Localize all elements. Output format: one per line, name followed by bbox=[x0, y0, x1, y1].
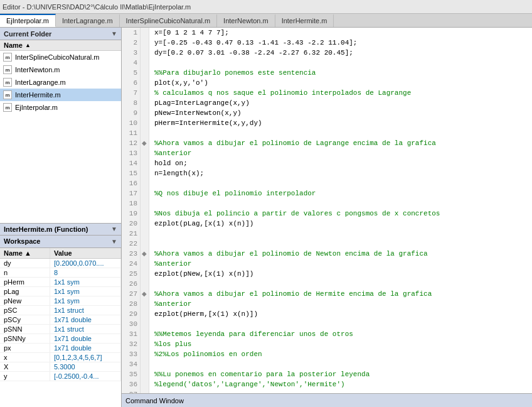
breakpoint-marker bbox=[141, 309, 149, 319]
breakpoint-marker bbox=[141, 118, 149, 128]
breakpoint-marker bbox=[141, 339, 149, 349]
code-line: %anterior bbox=[154, 259, 527, 269]
code-line: ezplot(pLag,[x(1) x(n)]) bbox=[154, 219, 527, 229]
breakpoint-marker bbox=[141, 148, 149, 158]
file-item[interactable]: mInterSplineCubicoNatural.m bbox=[0, 51, 121, 63]
right-panel: 1234567891011121314151617181920212223242… bbox=[122, 28, 532, 407]
ws-var-name: pLag bbox=[0, 287, 50, 296]
function-label: InterHermite.m (Function) bbox=[4, 225, 88, 233]
line-number: 34 bbox=[124, 359, 137, 369]
workspace-header: Workspace ▼ bbox=[0, 236, 121, 248]
file-item[interactable]: mInterNewton.m bbox=[0, 63, 121, 76]
ws-var-value: 5.3000 bbox=[50, 362, 121, 371]
line-number: 13 bbox=[124, 148, 137, 158]
ws-var-name: n bbox=[0, 268, 50, 277]
editor-header: Editor - D:\UNIVERSI\DAD\2°\Cálculo II\M… bbox=[0, 0, 532, 14]
tab-ejinterpolar[interactable]: EjInterpolar.m bbox=[0, 14, 56, 27]
workspace-row[interactable]: dy[0.2000,0.070.... bbox=[0, 259, 121, 268]
file-item[interactable]: mInterLagrange.m bbox=[0, 76, 121, 89]
line-number: 36 bbox=[124, 379, 137, 389]
line-number: 20 bbox=[124, 219, 137, 229]
workspace-row[interactable]: pLag1x1 sym bbox=[0, 287, 121, 296]
tab-internewton[interactable]: InterNewton.m bbox=[217, 14, 275, 27]
workspace-row[interactable]: y[-0.2500,-0.4... bbox=[0, 372, 121, 381]
line-number: 8 bbox=[124, 98, 137, 108]
code-line: %Q nos dibuje el polinomio interpolador bbox=[154, 188, 527, 198]
ws-var-value: 8 bbox=[50, 268, 121, 277]
code-line: %%Lu ponemos en comentario para la poste… bbox=[154, 369, 527, 379]
breakpoint-marker bbox=[141, 198, 149, 209]
line-number: 30 bbox=[124, 319, 137, 329]
breakpoint-marker bbox=[141, 279, 149, 289]
current-folder-label: Current Folder bbox=[4, 30, 51, 38]
code-line: %Ahora vamos a dibujar el polinomio de H… bbox=[154, 289, 527, 299]
file-name: InterNewton.m bbox=[15, 66, 60, 73]
code-line bbox=[154, 58, 527, 68]
line-number: 3 bbox=[124, 48, 137, 58]
code-line: % calculamos q nos saque el polinomio in… bbox=[154, 88, 527, 98]
code-line: %anterior bbox=[154, 148, 527, 158]
workspace-row[interactable]: X5.3000 bbox=[0, 362, 121, 372]
breakpoint-marker bbox=[141, 219, 149, 229]
breakpoint-marker bbox=[141, 369, 149, 379]
line-number: 18 bbox=[124, 198, 137, 209]
code-area[interactable]: x=[0 1 2 1 4 7 7];y=[-0.25 -0.43 0.47 0.… bbox=[149, 28, 532, 393]
file-item[interactable]: mEjInterpolar.m bbox=[0, 101, 121, 114]
breakpoint-marker bbox=[141, 98, 149, 108]
file-m-icon: m bbox=[3, 90, 13, 100]
breakpoint-marker bbox=[141, 349, 149, 359]
line-number: 24 bbox=[124, 259, 137, 269]
function-panel-icon[interactable]: ▼ bbox=[111, 225, 117, 232]
code-line bbox=[154, 128, 527, 138]
workspace-panel: Workspace ▼ Name ▲ Value dy[0.2000,0.070… bbox=[0, 236, 121, 408]
breakpoint-marker bbox=[141, 38, 149, 48]
workspace-row[interactable]: pSNNy1x71 double bbox=[0, 334, 121, 344]
workspace-row[interactable]: px1x71 double bbox=[0, 344, 121, 353]
breakpoint-marker bbox=[141, 58, 149, 68]
breakpoint-marker bbox=[141, 188, 149, 198]
line-number: 5 bbox=[124, 68, 137, 78]
code-line: %los plus bbox=[154, 339, 527, 349]
breakpoint-marker bbox=[141, 168, 149, 178]
code-line: pLag=InterLagrange(x,y) bbox=[154, 98, 527, 108]
file-item[interactable]: mInterHermite.m bbox=[0, 89, 121, 101]
line-number: 21 bbox=[124, 229, 137, 239]
workspace-icon[interactable]: ▼ bbox=[111, 238, 117, 245]
workspace-row[interactable]: pSNN1x1 struct bbox=[0, 325, 121, 334]
workspace-row[interactable]: pSC1x1 struct bbox=[0, 306, 121, 315]
code-line: pNew=InterNewton(x,y) bbox=[154, 108, 527, 118]
ws-var-value: 1x71 double bbox=[50, 334, 121, 343]
workspace-row[interactable]: x[0,1,2,3,4,5,6,7] bbox=[0, 353, 121, 362]
tab-intersplinecubico[interactable]: InterSplineCubicoNatural.m bbox=[120, 14, 218, 27]
code-line: dy=[0.2 0.07 3.01 -0.38 -2.24 -2.27 6.32… bbox=[154, 48, 527, 58]
breakpoint-marker bbox=[141, 299, 149, 309]
workspace-row[interactable]: n8 bbox=[0, 268, 121, 278]
breakpoint-marker bbox=[141, 209, 149, 219]
ws-var-name: pHerm bbox=[0, 278, 50, 286]
workspace-row[interactable]: pHerm1x1 sym bbox=[0, 278, 121, 287]
ws-var-value: 1x1 sym bbox=[50, 278, 121, 286]
line-number: 29 bbox=[124, 309, 137, 319]
ws-var-name: pSNNy bbox=[0, 334, 50, 343]
function-panel-header: InterHermite.m (Function) ▼ bbox=[0, 223, 121, 236]
current-folder-icon[interactable]: ▼ bbox=[111, 30, 117, 37]
workspace-row[interactable]: pSCy1x71 double bbox=[0, 315, 121, 325]
code-line: ezplot(pHerm,[x(1) x(n)]) bbox=[154, 309, 527, 319]
ws-var-name: X bbox=[0, 362, 50, 371]
code-line bbox=[154, 229, 527, 239]
code-line: %Ahora vamos a dibujar el polinomio de N… bbox=[154, 249, 527, 259]
editor-content[interactable]: 1234567891011121314151617181920212223242… bbox=[122, 28, 532, 393]
line-number: 11 bbox=[124, 128, 137, 138]
command-window-label: Command Window bbox=[125, 397, 184, 404]
ws-var-name: pSC bbox=[0, 306, 50, 315]
tab-interlagrange[interactable]: InterLagrange.m bbox=[56, 14, 120, 27]
line-number: 32 bbox=[124, 339, 137, 349]
tab-bar: EjInterpolar.m InterLagrange.m InterSpli… bbox=[0, 14, 532, 28]
line-number: 31 bbox=[124, 329, 137, 339]
breakpoint-marker bbox=[141, 68, 149, 78]
line-number: 25 bbox=[124, 269, 137, 279]
workspace-row[interactable]: pNew1x1 sym bbox=[0, 296, 121, 306]
code-line: n=length(x); bbox=[154, 168, 527, 178]
tab-interhermite[interactable]: InterHermite.m bbox=[275, 14, 334, 27]
workspace-rows: dy[0.2000,0.070....n8pHerm1x1 sympLag1x1… bbox=[0, 259, 121, 381]
